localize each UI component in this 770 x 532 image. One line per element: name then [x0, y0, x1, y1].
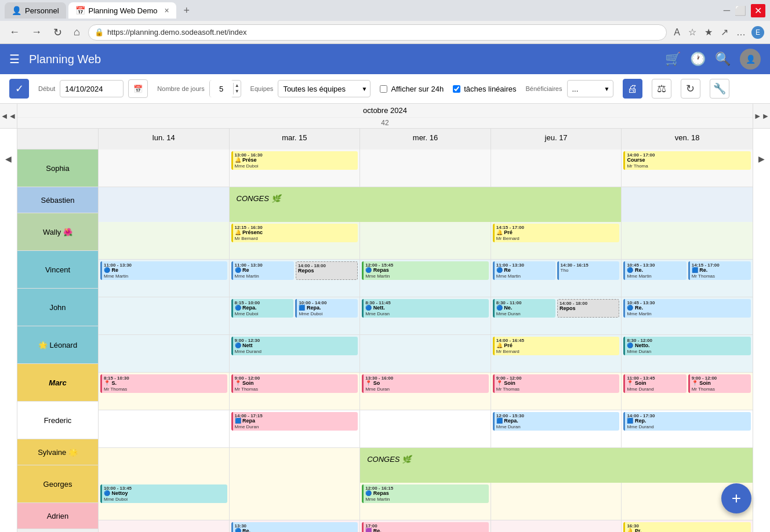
cell-georges-mon[interactable]: 10:00 - 13:45 🔵 Nettoy Mme Duboi	[99, 483, 230, 520]
list-item[interactable]: 12:15 - 16:30 🔔 Présenc Mr Bernard	[231, 224, 358, 242]
prev-week-button[interactable]: ◀	[3, 152, 14, 166]
cell-georges-thu[interactable]	[491, 483, 622, 520]
cell-sophia-thu[interactable]	[491, 150, 622, 187]
tab-personnel[interactable]: 👤 Personnel	[5, 2, 66, 19]
taches-checkbox-label[interactable]: tâches linéaires	[453, 85, 516, 93]
list-item[interactable]: 14:00 - 17:00 Course Mr Thoma	[623, 151, 751, 170]
list-item[interactable]: 14:00 - 18:00 Repos	[557, 299, 619, 318]
list-item[interactable]: 14:15 - 17:00 🔔 Pré Mr Bernard	[493, 224, 620, 242]
list-item[interactable]: 12:00 - 15:45 🔵 Repas Mme Martin	[362, 261, 489, 280]
list-item[interactable]: 11:00 - 13:45 📍 Soin Mme Durand	[623, 374, 686, 393]
list-item[interactable]: 12:00 - 15:30 🟦 Repa. Mme Duran	[493, 412, 620, 431]
cell-frederic-mon[interactable]	[99, 410, 230, 447]
list-item[interactable]: 11:00 - 13:30 🔵 Re Mme Martin	[100, 261, 227, 280]
cell-georges-wed[interactable]: 12:00 - 16:15 🔵 Repas Mme Martin	[360, 483, 491, 520]
list-item[interactable]: 9:00 - 12:00 📍 Soin Mr Thomas	[493, 374, 620, 393]
cell-john-tue[interactable]: 8:15 - 10:00 🔵 Repa. Mme Duboi 10:00 - 1…	[230, 297, 361, 334]
list-item[interactable]: 17:00 🟪 Re. Mr.	[362, 522, 489, 532]
cell-leonard-tue[interactable]: 9:00 - 12:30 🔵 Nett Mme Durand	[230, 335, 361, 372]
next-month-button[interactable]: ►►	[751, 109, 770, 123]
list-item[interactable]: 11:00 - 13:30 🔵 Re Mme Martin	[493, 261, 555, 280]
cell-adrien-mon[interactable]	[99, 520, 230, 532]
balance-button[interactable]: ⚖	[652, 79, 671, 99]
close-icon[interactable]: ✕	[751, 4, 765, 17]
favorites-icon[interactable]: ★	[702, 24, 715, 40]
minimize-icon[interactable]: ─	[724, 5, 730, 16]
tab-planning[interactable]: 📅 Planning Web Demo ×	[68, 2, 176, 19]
list-item[interactable]: 14:00 - 16:45 🔔 Pré Mr Bernard	[493, 337, 620, 355]
list-item[interactable]: 14:30 - 16:15 Tho	[557, 261, 620, 280]
cell-adrien-wed[interactable]: 17:00 🟪 Re. Mr.	[360, 520, 491, 532]
list-item[interactable]: 8:30 - 12:00 🔵 Netto. Mme Duran	[623, 337, 751, 355]
cell-adrien-tue[interactable]: 13:30 🔵 Re. Mr.	[230, 520, 361, 532]
jours-down-button[interactable]: ▼	[234, 89, 241, 94]
list-item[interactable]: 13:30 🔵 Re. Mr.	[231, 522, 358, 532]
cell-sophia-tue[interactable]: 13:00 - 16:30 🔔 Prése Mme Duboi	[230, 150, 361, 187]
forward-button[interactable]: →	[28, 24, 45, 41]
list-item[interactable]: 8:15 - 10:00 🔵 Repa. Mme Duboi	[231, 299, 294, 318]
list-item[interactable]: 14:15 - 17:00 🟦 Re. Mr Thomas	[688, 261, 751, 280]
cell-frederic-wed[interactable]	[360, 410, 491, 447]
bookmark-icon[interactable]: ☆	[686, 24, 699, 40]
cell-john-wed[interactable]: 8:30 - 11:45 🔵 Nett. Mme Duran	[360, 297, 491, 334]
cell-marc-tue[interactable]: 9:00 - 12:00 📍 Soin Mr Thomas	[230, 373, 361, 410]
list-item[interactable]: 16:30 🔔 Pr. Mr.	[623, 522, 751, 532]
jours-up-button[interactable]: ▲	[234, 83, 241, 89]
cell-sebastien-mon[interactable]	[99, 187, 230, 222]
list-item[interactable]: 12:00 - 16:15 🔵 Repas Mme Martin	[362, 484, 489, 503]
reload-button[interactable]: ↻	[50, 24, 66, 41]
cell-sophia-wed[interactable]	[360, 150, 491, 187]
settings-button[interactable]: 🔧	[710, 79, 729, 99]
back-button[interactable]: ←	[6, 24, 23, 41]
list-item[interactable]: 10:45 - 13:30 🔵 Re. Mme Martin	[623, 299, 751, 318]
list-item[interactable]: 9:00 - 12:30 🔵 Nett Mme Durand	[231, 337, 358, 355]
cell-vincent-fri[interactable]: 10:45 - 13:30 🔵 Re. Mme Martin 14:15 - 1…	[622, 260, 753, 297]
list-item[interactable]: 13:30 - 16:00 📍 So Mme Duran	[362, 374, 489, 393]
jours-input[interactable]	[210, 80, 233, 97]
cell-sophia-fri[interactable]: 14:00 - 17:00 Course Mr Thoma	[622, 150, 753, 187]
print-button[interactable]: 🖨	[623, 79, 642, 99]
cell-wally-tue[interactable]: 12:15 - 16:30 🔔 Présenc Mr Bernard	[230, 222, 361, 259]
restore-icon[interactable]: ⬜	[735, 5, 746, 16]
afficher-checkbox[interactable]	[380, 85, 387, 93]
equipes-select[interactable]: Toutes les équipes	[278, 80, 371, 97]
cell-wally-fri[interactable]	[622, 222, 753, 259]
share-icon[interactable]: ↗	[718, 24, 731, 40]
cell-john-fri[interactable]: 10:45 - 13:30 🔵 Re. Mme Martin	[622, 297, 753, 334]
cell-sebastien-fri[interactable]	[622, 187, 753, 222]
tab-close-icon[interactable]: ×	[165, 6, 169, 15]
cell-sophia-mon[interactable]	[99, 150, 230, 187]
user-avatar[interactable]: 👤	[740, 49, 761, 70]
cell-frederic-tue[interactable]: 14:00 - 17:15 🟦 Repa Mme Duran	[230, 410, 361, 447]
cell-adrien-thu[interactable]	[491, 520, 622, 532]
list-item[interactable]: 10:00 - 14:00 🟦 Repa. Mme Duboi	[295, 299, 358, 318]
debut-input[interactable]	[60, 80, 124, 97]
list-item[interactable]: 10:00 - 13:45 🔵 Nettoy Mme Duboi	[100, 484, 227, 503]
list-item[interactable]: 14:00 - 17:30 🟦 Rep. Mme Durand	[623, 412, 751, 431]
list-item[interactable]: 10:45 - 13:30 🔵 Re. Mme Martin	[623, 261, 686, 280]
calendar-picker-button[interactable]: 📅	[128, 79, 148, 98]
new-tab-button[interactable]: +	[179, 2, 195, 19]
list-item[interactable]: 11:00 - 13:30 🔵 Re Mme Martin	[231, 261, 294, 280]
cell-sylvaine-conges[interactable]: CONGES 🌿	[360, 448, 753, 483]
list-item[interactable]: 14:00 - 17:15 🟦 Repa Mme Duran	[231, 412, 358, 431]
cell-wally-thu[interactable]: 14:15 - 17:00 🔔 Pré Mr Bernard	[491, 222, 622, 259]
list-item[interactable]: 8:15 - 10:30 📍 S. Mr Thomas	[100, 374, 227, 393]
cell-marc-thu[interactable]: 9:00 - 12:00 📍 Soin Mr Thomas	[491, 373, 622, 410]
fab-add-button[interactable]: +	[721, 483, 751, 513]
refresh-button[interactable]: ↻	[681, 79, 700, 99]
cell-leonard-wed[interactable]	[360, 335, 491, 372]
cell-georges-tue[interactable]	[230, 483, 361, 520]
menu-icon[interactable]: ☰	[9, 52, 20, 66]
cell-leonard-thu[interactable]: 14:00 - 16:45 🔔 Pré Mr Bernard	[491, 335, 622, 372]
prev-month-button[interactable]: ◄◄	[0, 109, 19, 123]
search-header-icon[interactable]: 🔍	[715, 52, 731, 67]
extension-icon[interactable]: E	[751, 26, 764, 39]
cell-vincent-thu[interactable]: 11:00 - 13:30 🔵 Re Mme Martin 14:30 - 16…	[491, 260, 622, 297]
cell-sebastien-tue-conges[interactable]: CONGES 🌿	[230, 187, 622, 222]
cart-icon[interactable]: 🛒	[665, 52, 681, 67]
next-week-button[interactable]: ▶	[756, 152, 767, 166]
taches-checkbox[interactable]	[453, 85, 460, 93]
cell-vincent-tue[interactable]: 11:00 - 13:30 🔵 Re Mme Martin 14:00 - 18…	[230, 260, 361, 297]
list-item[interactable]: 14:00 - 18:00 Repos	[296, 261, 358, 280]
